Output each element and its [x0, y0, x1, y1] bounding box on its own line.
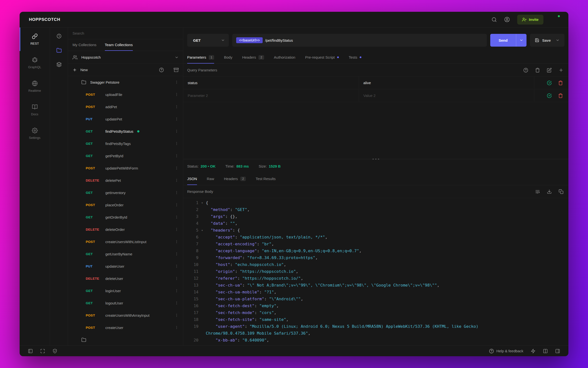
kebab-menu-icon[interactable] [175, 166, 179, 170]
help-circle-icon[interactable] [159, 67, 164, 72]
param-value-input[interactable]: Value 2 [359, 89, 534, 102]
collections-tab[interactable]: Team Collections [105, 39, 133, 51]
pane-resize-handle[interactable] [373, 158, 379, 160]
tab[interactable]: Test Results [256, 173, 276, 185]
kebab-menu-icon[interactable] [175, 178, 179, 182]
kebab-menu-icon[interactable] [175, 252, 179, 256]
kebab-menu-icon[interactable] [175, 129, 179, 133]
response-body-code[interactable]: 1 ▾ { 2 "method": "GET", 3 "args": {}, 4… [183, 198, 568, 345]
clear-all-trash-icon[interactable] [535, 68, 540, 73]
param-delete-trash-icon[interactable] [558, 93, 563, 98]
request-item[interactable]: DELETE deletePet [68, 174, 183, 186]
tab[interactable]: Raw [207, 173, 214, 185]
kebab-menu-icon[interactable] [175, 191, 179, 195]
request-item[interactable]: POST createUsersWithArrayInput [68, 309, 183, 321]
param-active-check-icon[interactable] [547, 80, 552, 85]
kebab-menu-icon[interactable] [175, 276, 179, 280]
expand-shortcuts-icon[interactable] [40, 349, 45, 354]
zap-icon[interactable] [531, 349, 536, 354]
download-icon[interactable] [547, 189, 552, 194]
param-value-input[interactable]: alive [359, 77, 534, 89]
add-param-plus-icon[interactable] [559, 68, 564, 73]
method-select[interactable]: GET [187, 34, 229, 47]
kebab-menu-icon[interactable] [175, 264, 179, 268]
send-options-chevron-icon[interactable] [516, 34, 527, 47]
tab[interactable]: Tests [349, 52, 361, 64]
fold-arrow-icon[interactable]: ▾ [198, 199, 206, 206]
search-icon[interactable] [491, 17, 497, 22]
toggle-sidebar-right-icon[interactable] [555, 349, 560, 354]
collections-tab[interactable]: My Collections [73, 39, 97, 51]
collections-folder-icon[interactable] [56, 48, 62, 53]
request-item[interactable]: POST updatePetWithForm [68, 162, 183, 174]
kebab-menu-icon[interactable] [175, 301, 179, 305]
environments-layers-icon[interactable] [56, 62, 62, 67]
collection-folder-partial[interactable] [68, 334, 183, 345]
request-item[interactable]: GET getOrderById [68, 211, 183, 223]
kebab-menu-icon[interactable] [175, 92, 179, 96]
kebab-menu-icon[interactable] [175, 80, 179, 84]
param-key-input[interactable]: Parameter 2 [183, 89, 359, 102]
param-key-input[interactable]: status [183, 77, 359, 89]
collections-search-input[interactable] [73, 31, 179, 35]
request-item[interactable]: DELETE deleteOrder [68, 223, 183, 236]
tab[interactable]: Parameters 1 [187, 52, 214, 64]
kebab-menu-icon[interactable] [175, 203, 179, 207]
chevron-down-icon[interactable] [556, 38, 560, 42]
copy-icon[interactable] [559, 189, 564, 194]
sidebar-item-settings[interactable]: Settings [20, 122, 50, 145]
bulk-edit-icon[interactable] [547, 68, 552, 73]
request-item[interactable]: GET findPetsByStatus [68, 125, 183, 137]
request-item[interactable]: GET logoutUser [68, 297, 183, 309]
save-button[interactable]: Save [530, 34, 564, 47]
kebab-menu-icon[interactable] [175, 154, 179, 158]
tab[interactable]: Pre-request Script [305, 52, 339, 64]
team-selector[interactable]: Hoppscotch [68, 51, 183, 64]
import-export-archive-icon[interactable] [174, 67, 179, 72]
tab[interactable]: Body [224, 52, 232, 64]
request-item[interactable]: POST addPet [68, 101, 183, 113]
request-item[interactable]: GET getPetById [68, 150, 183, 162]
request-item[interactable]: POST uploadFile [68, 88, 183, 101]
user-avatar[interactable] [551, 15, 560, 24]
request-item[interactable]: POST createUsersWithListInput [68, 236, 183, 248]
request-item[interactable]: GET loginUser [68, 285, 183, 297]
toggle-sidebar-left-icon[interactable] [28, 349, 33, 354]
tab[interactable]: JSON [187, 173, 197, 185]
send-button[interactable]: Send [490, 34, 516, 47]
request-item[interactable]: GET findPetsByTags [68, 137, 183, 150]
request-item[interactable]: GET getInventory [68, 186, 183, 199]
kebab-menu-icon[interactable] [175, 289, 179, 293]
collection-folder[interactable]: Swagger Petstore [68, 76, 183, 88]
sidebar-item-docs[interactable]: Docs [20, 98, 50, 122]
request-item[interactable]: GET getUserByName [68, 248, 183, 260]
request-item[interactable]: POST createUser [68, 321, 183, 334]
kebab-menu-icon[interactable] [175, 215, 179, 219]
request-item[interactable]: POST placeOrder [68, 199, 183, 211]
param-delete-trash-icon[interactable] [558, 80, 563, 85]
request-item[interactable]: PUT updatePet [68, 113, 183, 125]
kebab-menu-icon[interactable] [175, 117, 179, 121]
kebab-menu-icon[interactable] [175, 105, 179, 109]
sidebar-item-rest[interactable]: REST [20, 27, 50, 51]
fold-arrow-icon[interactable]: ▾ [198, 227, 206, 234]
kebab-menu-icon[interactable] [175, 313, 179, 317]
help-feedback-button[interactable]: Help & feedback [489, 349, 523, 354]
tab[interactable]: Headers 2 [224, 173, 246, 185]
sidebar-item-realtime[interactable]: Realtime [20, 75, 50, 98]
request-item[interactable]: DELETE deleteUser [68, 272, 183, 285]
account-icon[interactable] [504, 17, 510, 22]
tab[interactable]: Headers 2 [242, 52, 264, 64]
kebab-menu-icon[interactable] [175, 142, 179, 145]
help-circle-icon[interactable] [523, 68, 528, 73]
tab[interactable]: Authorization [274, 52, 295, 64]
interceptor-shield-icon[interactable] [52, 349, 57, 354]
kebab-menu-icon[interactable] [175, 326, 179, 329]
history-icon[interactable] [56, 33, 62, 39]
param-active-check-icon[interactable] [547, 93, 552, 98]
columns-layout-icon[interactable] [543, 349, 548, 354]
invite-button[interactable]: Invite [517, 15, 543, 25]
new-collection-button[interactable]: New [80, 68, 88, 72]
kebab-menu-icon[interactable] [175, 227, 179, 231]
wrap-text-icon[interactable] [535, 189, 540, 194]
